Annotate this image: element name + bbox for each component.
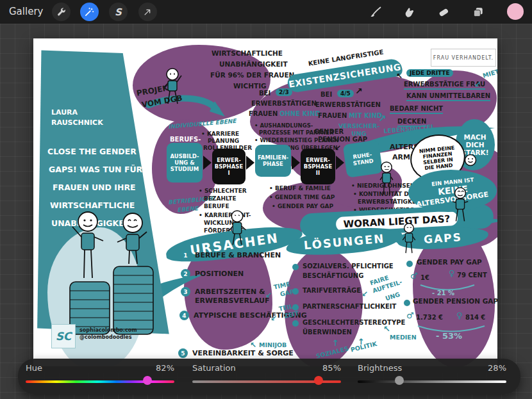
pay-female-value: 79 CENT (457, 272, 487, 279)
cursor-arrow-icon (143, 7, 153, 17)
up-right-arrow-icon: ↗ (355, 86, 363, 96)
up-left-arrow-icon: ↖ (383, 324, 390, 334)
hue-slider-knob[interactable] (143, 376, 152, 385)
arrow-right-icon (246, 156, 254, 170)
politik-note: POLITIK (350, 341, 378, 354)
down-left-arrow-icon: ↙ (265, 291, 272, 300)
magic-wand-icon (84, 6, 95, 17)
gender-pension-top: GENDER (314, 128, 344, 135)
bullet-dot (292, 320, 299, 327)
procreate-app: Gallery S (0, 0, 532, 399)
phase-line: BSPHASE (304, 163, 332, 170)
phase-box-familienphase: FAMILIEN- PHASE (255, 145, 291, 177)
wrench-icon (56, 6, 67, 17)
phase-box-erwerbsphase-1: ERWER- BSPHASE I (212, 149, 245, 184)
stick-figure (450, 187, 470, 225)
ursachen-item: VEREINBARKEIT & SORGE (192, 350, 294, 357)
schlechter-line: BEZAHLTE (204, 196, 237, 202)
berufswahl: BERUFS- (170, 136, 201, 143)
phase-box-ausbildung: AUSBILD- UNG & STUDIUM (167, 143, 203, 183)
credit-site: sophiacolombo.com (79, 328, 137, 334)
brightness-slider-track[interactable] (358, 380, 506, 383)
beruf-familie-line: • GENDER PAY GAP (272, 204, 333, 210)
jede-line: BEDARF NICHT (390, 105, 443, 114)
jede-dritte-pill: JEDE DRITTE (406, 69, 453, 77)
smudge-icon[interactable] (399, 3, 418, 21)
poster-title-line: CLOSE THE GENDER (47, 147, 137, 156)
color-swatch[interactable] (507, 3, 524, 20)
stat-left-bei: BEI (259, 90, 270, 97)
stat-right-frac: 4/5 (337, 90, 354, 97)
karriere-line: • KARRIERE (201, 131, 239, 138)
num-text: 3 (183, 289, 187, 295)
versicherung-label: VERSICHER- (338, 123, 379, 129)
list-number: 5 (178, 348, 188, 358)
hue-slider-track[interactable] (26, 380, 174, 383)
bubble-line: MACH (463, 133, 486, 141)
bullet-dot (404, 300, 410, 306)
actions-wrench-icon[interactable] (52, 3, 71, 21)
bullet-dot (292, 264, 299, 270)
stick-figure (226, 210, 249, 250)
author-name: RAUSCHNICK (51, 119, 103, 127)
gender-pay-gap-label: GENDER PAY GAP (417, 259, 482, 266)
loesungen-item: TARIFVERTRÄGE (303, 287, 361, 294)
stat-right-l2: ERWERBSTÄTIGEN (315, 101, 381, 108)
stat-left-l2: ERWERBSTÄTIGEN (251, 100, 317, 107)
eraser-icon[interactable] (434, 3, 453, 21)
phase-line: AUSBILD- (170, 153, 199, 159)
female-symbol: ♀ (456, 311, 463, 320)
saturation-value: 85% (322, 363, 341, 373)
female-symbol: ♀ (449, 269, 455, 278)
miete-label: MIETE (482, 67, 497, 79)
pay-male-value: 1€ (420, 274, 429, 281)
brush-icon[interactable] (366, 3, 385, 21)
list-number: 3 (181, 287, 190, 297)
saturation-slider-knob[interactable] (314, 376, 323, 385)
ursachen-item: POSITIONEN (195, 270, 244, 278)
num-text: 1 (183, 252, 187, 259)
loesungen-item: PARTNERSCHAFTLICHKEIT (303, 303, 396, 310)
medien-note: MEDIEN (390, 334, 417, 341)
stat-right-mit-kind: MIT KIND (349, 112, 382, 119)
down-left-arrow-icon: ↙ (270, 314, 277, 323)
schlechter-line: BERUFE (204, 204, 229, 210)
stick-figure (376, 161, 397, 199)
faire-note: UNG (385, 291, 401, 302)
phase-line: FAMILIEN- (258, 154, 288, 161)
fact-line: WICHTIG (233, 83, 267, 90)
stick-figure (162, 68, 183, 109)
ursachen-item: ERWERBSVERLAUF (195, 297, 270, 305)
layers-icon[interactable] (469, 3, 487, 21)
smiley-face (464, 154, 477, 167)
gallery-button[interactable]: Gallery (9, 6, 43, 17)
drawing-canvas[interactable]: LAURA RAUSCHNICK CLOSE THE GENDER GAPS! … (33, 38, 497, 366)
phase-line: UNG & (174, 159, 194, 166)
layers-squares-icon (472, 6, 485, 19)
transform-arrow-icon[interactable] (138, 3, 157, 21)
phase-line: BSPHASE (215, 163, 243, 170)
schlechter-line: • SCHLECHTER (199, 188, 247, 195)
bullet-dot (406, 261, 413, 267)
adjustments-wand-icon[interactable] (80, 3, 99, 21)
credit-handle: @colombodoodles (79, 335, 131, 341)
arrow-right-icon (336, 156, 344, 170)
stat-left-l3: FRAUEN (249, 110, 278, 117)
loesungen-item: SOZIALVERS. PFLICHTIGE (303, 263, 394, 270)
brightness-slider-knob[interactable] (395, 376, 404, 385)
ebene-betrieblich: EBENE (177, 206, 199, 214)
stat-left-ohne-kind: OHNE KIND (279, 110, 320, 117)
loesungen-item: ÜBERWINDEN (303, 329, 352, 336)
selection-s-icon[interactable]: S (109, 3, 128, 21)
phase-line: ERWER- (306, 157, 330, 163)
jede-line: KANN UNMITTELBAREN (406, 92, 490, 101)
logo-initials: SC (56, 330, 72, 343)
up-left-arrow-icon: ↖ (250, 341, 256, 350)
phase-line: I (228, 170, 229, 176)
hsb-slider-panel: Hue 82% Saturation 85% Brightness 28% (18, 359, 520, 395)
beruf-familie-line: • BERUF & FAMILIE (269, 186, 331, 192)
fact-line: UNABHÄNGIGKEIT (219, 61, 288, 69)
phase-box-erwerbsphase-2: ERWER- BSPHASE II (301, 149, 335, 184)
pension-delta: - 53% (436, 332, 462, 341)
smudge-finger-icon (403, 6, 415, 19)
